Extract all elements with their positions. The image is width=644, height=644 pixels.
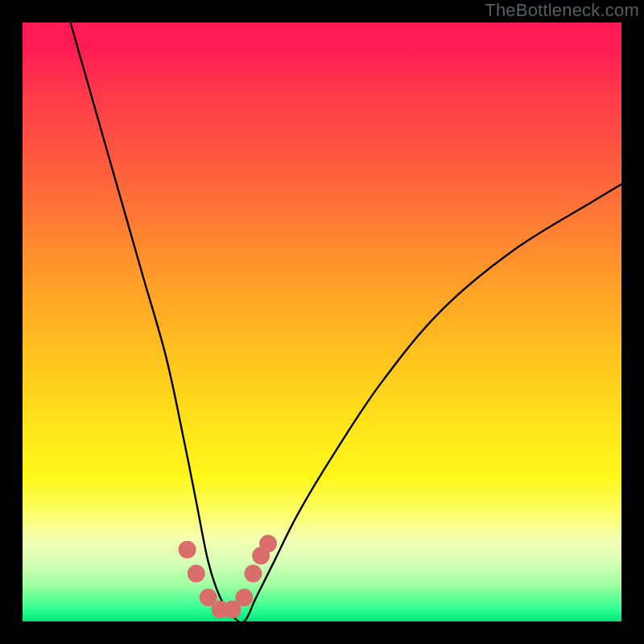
trough-dot: [235, 588, 253, 606]
bottleneck-curve: [71, 23, 621, 621]
trough-dot: [244, 564, 262, 582]
trough-dot: [188, 564, 205, 582]
trough-dots-group: [179, 535, 277, 618]
plot-area: [23, 23, 621, 621]
trough-dot: [179, 541, 196, 559]
trough-dot: [259, 535, 277, 552]
watermark-text: TheBottleneck.com: [485, 0, 639, 21]
bottleneck-curve-svg: [23, 23, 621, 621]
chart-frame: TheBottleneck.com: [0, 0, 644, 644]
